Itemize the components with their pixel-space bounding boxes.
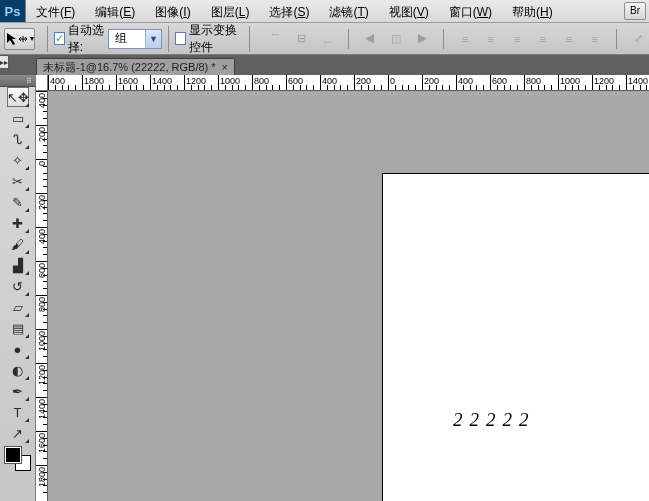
- align-buttons: ⎴ ⊟ ⎵ ⯇ ◫ ⯈ ≡ ≡ ≡ ≡ ≡ ≡ ⤢: [264, 29, 649, 49]
- menu-bar: Ps 文件(F) 编辑(E) 图像(I) 图层(L) 选择(S) 滤镜(T) 视…: [0, 0, 649, 23]
- chevron-down-icon: ▼: [145, 30, 161, 48]
- align-vcenter-icon[interactable]: ⊟: [290, 29, 312, 49]
- align-hcenter-icon[interactable]: ◫: [385, 29, 407, 49]
- active-tool-preset[interactable]: ▾: [4, 28, 35, 50]
- ruler-origin[interactable]: [36, 75, 48, 91]
- menu-select[interactable]: 选择(S): [259, 0, 319, 22]
- document-tab-title: 未标题-1@16.7% (22222, RGB/8) *: [43, 60, 216, 75]
- dist-bottom-icon[interactable]: ≡: [506, 29, 528, 49]
- wand-tool[interactable]: ✧: [7, 150, 29, 170]
- canvas-text-layer[interactable]: 22222: [453, 409, 536, 431]
- app-badge[interactable]: Ps: [0, 0, 26, 22]
- horizontal-ruler[interactable]: 4001800160014001200100080060040020002004…: [48, 75, 649, 91]
- history-brush-tool[interactable]: ↺: [7, 276, 29, 296]
- dock-expand-handle[interactable]: ▸▸: [0, 55, 9, 69]
- auto-select-combo[interactable]: 组 ▼: [108, 29, 162, 49]
- blur-tool[interactable]: ●: [7, 339, 29, 359]
- canvas-viewport[interactable]: 22222: [48, 91, 649, 501]
- bridge-button[interactable]: Br: [624, 2, 646, 20]
- pen-tool[interactable]: ✒: [7, 381, 29, 401]
- heal-tool[interactable]: ✚: [7, 213, 29, 233]
- workspace: ⠿ ↖✥▭ᔐ✧✂✎✚🖌▟↺▱▤●◐✒T↗ 4001800160014001200…: [0, 75, 649, 501]
- move-tool[interactable]: ↖✥: [7, 87, 29, 107]
- show-transform-checkbox[interactable]: ✓: [175, 32, 186, 45]
- close-icon[interactable]: ×: [222, 61, 228, 73]
- lasso-tool[interactable]: ᔐ: [7, 129, 29, 149]
- toolbox: ⠿ ↖✥▭ᔐ✧✂✎✚🖌▟↺▱▤●◐✒T↗: [0, 75, 36, 501]
- dist-vcenter-icon[interactable]: ≡: [480, 29, 502, 49]
- gradient-tool[interactable]: ▤: [7, 318, 29, 338]
- vertical-ruler[interactable]: 400200020040060080010001200140016001800: [36, 91, 48, 501]
- document-tab[interactable]: 未标题-1@16.7% (22222, RGB/8) * ×: [36, 58, 235, 75]
- marquee-tool[interactable]: ▭: [7, 108, 29, 128]
- auto-select-label: 自动选择:: [68, 22, 104, 56]
- dist-hcenter-icon[interactable]: ≡: [558, 29, 580, 49]
- crop-tool[interactable]: ✂: [7, 171, 29, 191]
- dist-top-icon[interactable]: ≡: [454, 29, 476, 49]
- brush-tool[interactable]: 🖌: [7, 234, 29, 254]
- menu-window[interactable]: 窗口(W): [439, 0, 502, 22]
- auto-align-icon[interactable]: ⤢: [627, 29, 649, 49]
- stamp-tool[interactable]: ▟: [7, 255, 29, 275]
- type-tool[interactable]: T: [7, 402, 29, 422]
- dist-left-icon[interactable]: ≡: [532, 29, 554, 49]
- toolbox-grip-icon[interactable]: ⠿: [26, 77, 34, 85]
- eraser-tool[interactable]: ▱: [7, 297, 29, 317]
- menu-view[interactable]: 视图(V): [379, 0, 439, 22]
- show-transform-label: 显示变换控件: [189, 22, 240, 56]
- align-bottom-icon[interactable]: ⎵: [316, 29, 338, 49]
- align-right-icon[interactable]: ⯈: [411, 29, 433, 49]
- dodge-tool[interactable]: ◐: [7, 360, 29, 380]
- eyedropper-tool[interactable]: ✎: [7, 192, 29, 212]
- menu-layer[interactable]: 图层(L): [201, 0, 260, 22]
- canvas-area: 4001800160014001200100080060040020002004…: [36, 75, 649, 501]
- auto-select-checkbox[interactable]: ✓: [54, 32, 65, 45]
- foreground-background-swatch[interactable]: [5, 447, 31, 471]
- move-tool-icon: [5, 31, 29, 47]
- foreground-color-swatch[interactable]: [5, 447, 21, 463]
- document-canvas[interactable]: 22222: [383, 174, 649, 501]
- document-tab-strip: 未标题-1@16.7% (22222, RGB/8) * ×: [0, 55, 649, 75]
- path-select-tool[interactable]: ↗: [7, 423, 29, 443]
- menu-help[interactable]: 帮助(H): [502, 0, 563, 22]
- align-left-icon[interactable]: ⯇: [359, 29, 381, 49]
- menu-edit[interactable]: 编辑(E): [85, 0, 145, 22]
- menu-image[interactable]: 图像(I): [145, 0, 200, 22]
- menu-file[interactable]: 文件(F): [26, 0, 85, 22]
- options-bar: ▾ ✓ 自动选择: 组 ▼ ✓ 显示变换控件 ⎴ ⊟ ⎵ ⯇ ◫ ⯈ ≡ ≡ ≡…: [0, 23, 649, 55]
- align-top-icon[interactable]: ⎴: [264, 29, 286, 49]
- dist-right-icon[interactable]: ≡: [584, 29, 606, 49]
- menu-filter[interactable]: 滤镜(T): [319, 0, 378, 22]
